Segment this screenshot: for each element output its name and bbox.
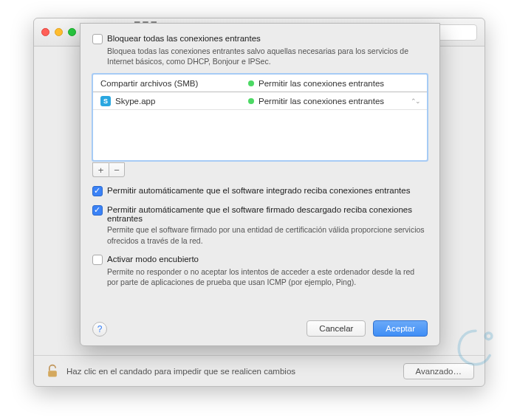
add-app-button[interactable]: + <box>92 162 109 177</box>
add-remove-segment: + − <box>92 162 428 177</box>
stealth-label: Activar modo encubierto <box>107 255 199 264</box>
status-dot-icon <box>248 98 254 104</box>
stealth-checkbox[interactable] <box>92 255 103 265</box>
advanced-button[interactable]: Avanzado… <box>403 363 474 379</box>
ok-button[interactable]: Aceptar <box>373 320 428 337</box>
block-all-desc: Bloquea todas las conexiones entrantes s… <box>107 46 428 66</box>
block-all-label: Bloquear todas las conexiones entrantes <box>107 34 261 43</box>
auto-signed-checkbox[interactable] <box>92 205 103 216</box>
preferences-window: ‹ › Seguridad y privacidad Buscar Haz cl… <box>33 18 485 387</box>
auto-signed-desc: Permite que el software firmado por una … <box>107 224 428 245</box>
lock-text: Haz clic en el candado para impedir que … <box>66 367 295 376</box>
skype-icon: S <box>100 96 111 106</box>
block-all-checkbox[interactable] <box>92 34 103 44</box>
zoom-window-button[interactable] <box>68 28 76 36</box>
sheet-footer-buttons: Cancelar Aceptar <box>307 320 428 337</box>
auto-signed-row: Permitir automáticamente que el software… <box>92 205 428 223</box>
block-all-row: Bloquear todas las conexiones entrantes <box>92 34 428 44</box>
dropdown-indicator-icon[interactable]: ⌃⌄ <box>411 97 420 105</box>
unlock-icon[interactable] <box>44 363 61 379</box>
minimize-window-button[interactable] <box>55 28 63 36</box>
app-status: Permitir las conexiones entrantes <box>258 97 411 106</box>
remove-app-button[interactable]: − <box>109 162 125 177</box>
auto-builtin-label: Permitir automáticamente que el software… <box>107 186 410 195</box>
list-item[interactable]: Compartir archivos (SMB) Permitir las co… <box>93 75 427 92</box>
status-dot-icon <box>248 80 254 86</box>
stealth-desc: Permite no responder o no aceptar los in… <box>107 266 428 287</box>
app-name: Skype.app <box>115 97 248 106</box>
cancel-button[interactable]: Cancelar <box>307 320 366 337</box>
svg-point-12 <box>485 333 492 340</box>
svg-rect-11 <box>48 371 57 376</box>
firewall-options-sheet: Bloquear todas las conexiones entrantes … <box>80 23 440 346</box>
window-traffic-lights <box>41 28 76 36</box>
app-name: Compartir archivos (SMB) <box>100 79 248 88</box>
auto-signed-label: Permitir automáticamente que el software… <box>107 205 428 223</box>
auto-builtin-row: Permitir automáticamente que el software… <box>92 186 428 196</box>
close-window-button[interactable] <box>41 28 49 36</box>
list-item[interactable]: S Skype.app Permitir las conexiones entr… <box>93 92 427 110</box>
apps-list[interactable]: Compartir archivos (SMB) Permitir las co… <box>92 74 428 161</box>
app-status: Permitir las conexiones entrantes <box>258 79 420 88</box>
auto-builtin-checkbox[interactable] <box>92 186 103 196</box>
lock-bar: Haz clic en el candado para impedir que … <box>34 355 485 386</box>
help-button[interactable]: ? <box>92 322 107 337</box>
stealth-row: Activar modo encubierto <box>92 255 428 265</box>
